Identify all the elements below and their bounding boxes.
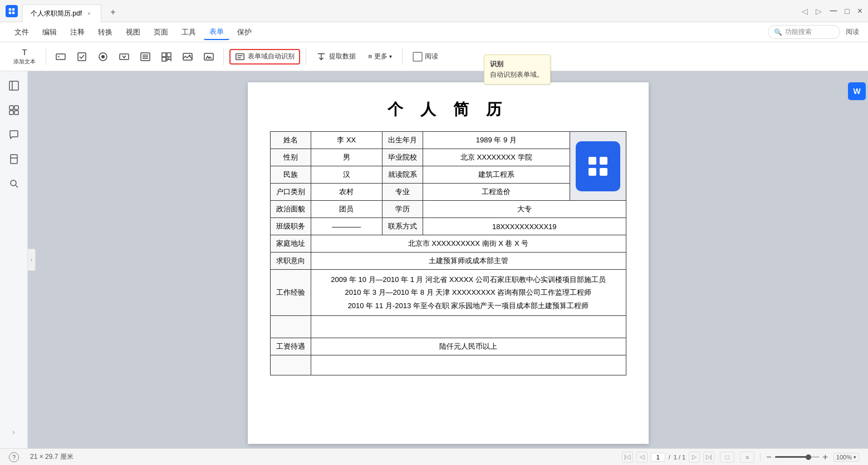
value-dept: 建筑工程系	[423, 166, 570, 184]
new-tab-button[interactable]: +	[106, 5, 120, 19]
svg-rect-0	[9, 8, 11, 10]
zoom-dropdown-icon: ▾	[854, 454, 856, 460]
read-mode-checkbox[interactable]: 阅读	[408, 50, 443, 64]
value-address: 北京市 XXXXXXXXXX 南街 X 巷 X 号	[311, 235, 626, 253]
label-salary: 工资待遇	[270, 338, 311, 355]
svg-point-36	[11, 180, 16, 186]
menu-file[interactable]: 文件	[9, 25, 35, 39]
nav-back-icon[interactable]: ◁	[802, 7, 808, 16]
menu-right: 🔍 功能搜索 阅读	[768, 25, 859, 39]
svg-rect-32	[9, 111, 13, 115]
menu-tools[interactable]: 工具	[176, 25, 202, 39]
thumbnail-icon[interactable]	[6, 102, 22, 118]
value-name: 李 XX	[311, 132, 382, 149]
value-bottom-empty	[311, 355, 626, 375]
photo-cell	[570, 132, 626, 201]
menu-protect[interactable]: 保护	[232, 25, 257, 39]
prev-page-button[interactable]: ◁	[636, 452, 648, 463]
checkbox-tool[interactable]	[73, 48, 91, 66]
sidebar-panel-icon[interactable]	[6, 78, 22, 93]
menu-edit[interactable]: 编辑	[37, 25, 62, 39]
total-pages: 1 / 1	[674, 454, 685, 461]
left-sidebar: ›	[0, 71, 28, 448]
resume-title: 个 人 简 历	[270, 99, 626, 120]
zoom-percentage-control[interactable]: 100% ▾	[833, 453, 859, 462]
pdf-tab[interactable]: 个人求职简历.pdf ×	[22, 4, 101, 22]
read-mode-button[interactable]: 阅读	[846, 27, 859, 37]
zoom-slider-fill	[775, 456, 806, 458]
menu-view[interactable]: 视图	[120, 25, 146, 39]
menu-page[interactable]: 页面	[148, 25, 174, 39]
extract-data-button[interactable]: 提取数据	[312, 50, 360, 64]
label-work-exp: 工作经验	[270, 270, 311, 316]
toolbar-separator-4	[402, 48, 403, 65]
title-bar: 个人求职简历.pdf × + ◁ ▷ ─ □ ×	[0, 0, 868, 22]
list-tool[interactable]	[136, 48, 154, 66]
toolbar-separator-1	[46, 48, 46, 65]
svg-rect-30	[9, 106, 13, 110]
next-page-button[interactable]: ▷	[689, 452, 700, 463]
svg-point-8	[101, 55, 105, 58]
barcode-tool[interactable]	[158, 48, 175, 66]
label-contact: 联系方式	[382, 218, 423, 235]
last-page-button[interactable]: ▷|	[703, 452, 714, 463]
help-icon[interactable]: ?	[9, 452, 19, 462]
label-school: 毕业院校	[382, 149, 423, 166]
image-tool[interactable]	[179, 48, 197, 66]
text-field-tool[interactable]	[52, 48, 70, 66]
status-bar: ? 21 × 29.7 厘米 |◁ ◁ / 1 / 1 ▷ ▷| □ ≡ − +…	[0, 448, 868, 465]
zoom-out-button[interactable]: −	[766, 452, 771, 462]
label-education: 学历	[382, 201, 423, 218]
search-sidebar-icon[interactable]	[6, 176, 22, 191]
page-dimensions: 21 × 29.7 厘米	[30, 452, 73, 462]
left-panel-toggle[interactable]: ›	[28, 249, 36, 271]
value-hukou: 农村	[311, 184, 382, 201]
menu-annotation[interactable]: 注释	[65, 25, 90, 39]
auto-recognize-button[interactable]: 表单域自动识别	[229, 49, 300, 65]
zoom-slider[interactable]	[775, 456, 820, 458]
title-bar-left: 个人求职简历.pdf × +	[6, 0, 120, 22]
close-button[interactable]: ×	[857, 6, 862, 16]
tab-close-icon[interactable]: ×	[85, 9, 93, 17]
signature-tool[interactable]	[200, 48, 218, 66]
single-page-view[interactable]: □	[720, 452, 734, 463]
comment-icon[interactable]	[6, 127, 22, 142]
menu-convert[interactable]: 转换	[92, 25, 118, 39]
status-separator	[760, 453, 761, 462]
table-row: 政治面貌 团员 学历 大专	[270, 201, 626, 218]
svg-rect-31	[14, 106, 18, 110]
svg-rect-34	[11, 155, 17, 164]
continuous-view[interactable]: ≡	[740, 452, 754, 463]
label-ethnicity: 民族	[270, 166, 311, 184]
value-major: 工程造价	[423, 184, 570, 201]
svg-point-22	[189, 55, 191, 56]
svg-rect-33	[14, 111, 18, 115]
function-search[interactable]: 🔍 功能搜索	[768, 25, 840, 39]
add-text-button[interactable]: T 添加文本	[9, 45, 40, 68]
dropdown-tool[interactable]	[115, 48, 133, 66]
nav-forward-icon[interactable]: ▷	[816, 7, 822, 16]
svg-rect-38	[589, 157, 596, 165]
minimize-button[interactable]: ─	[830, 5, 837, 17]
page-number-input[interactable]	[651, 453, 665, 462]
maximize-button[interactable]: □	[845, 7, 849, 16]
svg-rect-16	[162, 57, 166, 61]
svg-line-37	[16, 185, 18, 187]
first-page-button[interactable]: |◁	[622, 452, 633, 463]
label-empty	[270, 316, 311, 338]
zoom-slider-thumb	[806, 454, 811, 460]
zoom-percentage: 100%	[836, 454, 852, 461]
radio-button-tool[interactable]	[94, 48, 112, 66]
value-gender: 男	[311, 149, 382, 166]
label-hukou: 户口类别	[270, 184, 311, 201]
sidebar-collapse-button[interactable]: ›	[13, 428, 15, 436]
value-contact: 18XXXXXXXXXX19	[423, 218, 626, 235]
right-panel-translate-icon[interactable]: W	[848, 82, 866, 100]
menu-form[interactable]: 表单	[204, 24, 229, 40]
pdf-viewer[interactable]: 个 人 简 历 姓名 李 XX 出生年月 1989 年 9 月	[28, 71, 868, 448]
read-mode-label: 阅读	[425, 52, 438, 61]
more-button[interactable]: ≡ 更多 ▾	[364, 50, 396, 63]
svg-rect-27	[413, 52, 422, 61]
bookmark-icon[interactable]	[6, 151, 22, 167]
zoom-in-button[interactable]: +	[823, 452, 828, 462]
